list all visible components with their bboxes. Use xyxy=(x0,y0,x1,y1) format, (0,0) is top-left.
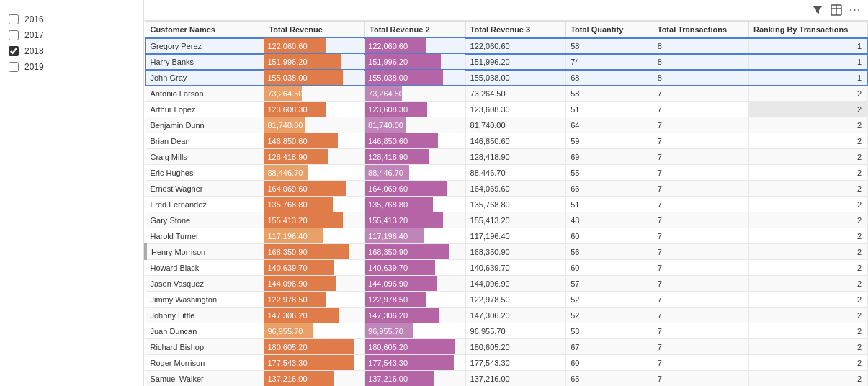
more-icon[interactable]: ··· xyxy=(848,3,862,17)
total-revenue3-cell: 137,216.00 xyxy=(465,371,566,387)
table-row[interactable]: Juan Duncan96,955.7096,955.7096,955.7053… xyxy=(146,323,868,339)
year-filter-panel: 2016201720182019 xyxy=(0,0,144,386)
total-transactions-cell: 7 xyxy=(653,149,748,165)
ranking-cell: 2 xyxy=(748,292,867,308)
table-icon[interactable] xyxy=(829,3,844,17)
table-row[interactable]: Richard Bishop180,605.20180,605.20180,60… xyxy=(146,339,868,355)
total-revenue-cell: 146,850.60 xyxy=(264,133,365,149)
col-header-total-revenue[interactable]: Total Revenue xyxy=(264,22,365,38)
table-row[interactable]: Johnny Little147,306.20147,306.20147,306… xyxy=(146,308,868,323)
total-revenue2-cell: 151,996.20 xyxy=(365,54,466,70)
ranking-cell: 2 xyxy=(748,339,867,355)
table-row[interactable]: Henry Morrison168,350.90168,350.90168,35… xyxy=(146,244,868,260)
total-revenue3-cell: 144,096.90 xyxy=(465,276,566,292)
table-row[interactable]: Brian Dean146,850.60146,850.60146,850.60… xyxy=(146,133,868,149)
ranking-cell: 2 xyxy=(748,197,867,212)
total-revenue-cell: 164,069.60 xyxy=(264,181,365,197)
col-header-customer-names[interactable]: Customer Names xyxy=(146,22,264,38)
table-row[interactable]: Gary Stone155,413.20155,413.20155,413.20… xyxy=(146,212,868,228)
customer-name-cell: Howard Black xyxy=(146,260,264,276)
total-quantity-cell: 53 xyxy=(566,323,653,339)
total-revenue3-cell: 96,955.70 xyxy=(465,323,566,339)
filter-icon[interactable] xyxy=(810,3,825,17)
customer-name-cell: Harold Turner xyxy=(146,228,264,244)
data-table-wrapper[interactable]: Customer NamesTotal RevenueTotal Revenue… xyxy=(144,21,868,386)
total-quantity-cell: 51 xyxy=(566,102,653,117)
year-item-2016[interactable]: 2016 xyxy=(9,14,135,24)
total-transactions-cell: 7 xyxy=(653,181,748,197)
ranking-cell: 2 xyxy=(748,117,867,133)
year-checkbox-2016[interactable] xyxy=(9,14,19,24)
total-quantity-cell: 65 xyxy=(566,371,653,387)
total-transactions-cell: 8 xyxy=(653,54,748,70)
total-transactions-cell: 7 xyxy=(653,260,748,276)
col-header-total-revenue-3[interactable]: Total Revenue 3 xyxy=(465,22,566,38)
table-row[interactable]: Jason Vasquez144,096.90144,096.90144,096… xyxy=(146,276,868,292)
total-revenue-cell: 128,418.90 xyxy=(264,149,365,165)
table-row[interactable]: Harold Turner117,196.40117,196.40117,196… xyxy=(146,228,868,244)
customer-name-cell: Eric Hughes xyxy=(146,165,264,181)
total-revenue3-cell: 128,418.90 xyxy=(465,149,566,165)
total-revenue-cell: 155,413.20 xyxy=(264,212,365,228)
total-revenue-cell: 88,446.70 xyxy=(264,165,365,181)
year-checkbox-2018[interactable] xyxy=(9,46,19,56)
table-row[interactable]: Eric Hughes88,446.7088,446.7088,446.7055… xyxy=(146,165,868,181)
total-revenue-cell: 123,608.30 xyxy=(264,102,365,117)
total-revenue2-cell: 147,306.20 xyxy=(365,308,466,323)
total-revenue3-cell: 73,264.50 xyxy=(465,86,566,102)
col-header-total-quantity[interactable]: Total Quantity xyxy=(566,22,653,38)
total-transactions-cell: 7 xyxy=(653,212,748,228)
total-revenue2-cell: 122,978.50 xyxy=(365,292,466,308)
table-row[interactable]: Samuel Walker137,216.00137,216.00137,216… xyxy=(146,371,868,387)
customer-name-cell: Juan Duncan xyxy=(146,323,264,339)
table-row[interactable]: Ernest Wagner164,069.60164,069.60164,069… xyxy=(146,181,868,197)
col-header-ranking-by-transactions[interactable]: Ranking By Transactions xyxy=(748,22,867,38)
total-quantity-cell: 68 xyxy=(566,70,653,86)
total-quantity-cell: 67 xyxy=(566,339,653,355)
total-revenue3-cell: 140,639.70 xyxy=(465,260,566,276)
total-quantity-cell: 60 xyxy=(566,228,653,244)
total-transactions-cell: 7 xyxy=(653,355,748,371)
total-transactions-cell: 7 xyxy=(653,292,748,308)
ranking-cell: 1 xyxy=(748,54,867,70)
customer-name-cell: Antonio Larson xyxy=(146,86,264,102)
customer-name-cell: John Gray xyxy=(146,70,264,86)
table-row[interactable]: Roger Morrison177,543.30177,543.30177,54… xyxy=(146,355,868,371)
total-revenue-cell: 73,264.50 xyxy=(264,86,365,102)
year-item-2018[interactable]: 2018 xyxy=(9,46,135,56)
total-transactions-cell: 7 xyxy=(653,102,748,117)
total-quantity-cell: 57 xyxy=(566,276,653,292)
total-revenue2-cell: 135,768.80 xyxy=(365,197,466,212)
total-revenue3-cell: 123,608.30 xyxy=(465,102,566,117)
table-row[interactable]: Gregory Perez122,060.60122,060.60122,060… xyxy=(146,38,868,54)
customer-name-cell: Gary Stone xyxy=(146,212,264,228)
year-item-2017[interactable]: 2017 xyxy=(9,30,135,40)
total-quantity-cell: 52 xyxy=(566,292,653,308)
customer-name-cell: Fred Fernandez xyxy=(146,197,264,212)
table-row[interactable]: Craig Mills128,418.90128,418.90128,418.9… xyxy=(146,149,868,165)
table-row[interactable]: Howard Black140,639.70140,639.70140,639.… xyxy=(146,260,868,276)
col-header-total-transactions[interactable]: Total Transactions xyxy=(653,22,748,38)
table-row[interactable]: Arthur Lopez123,608.30123,608.30123,608.… xyxy=(146,102,868,117)
table-row[interactable]: Harry Banks151,996.20151,996.20151,996.2… xyxy=(146,54,868,70)
table-row[interactable]: Jimmy Washington122,978.50122,978.50122,… xyxy=(146,292,868,308)
total-revenue2-cell: 137,216.00 xyxy=(365,371,466,387)
ranking-cell: 2 xyxy=(748,308,867,323)
table-row[interactable]: John Gray155,038.00155,038.00155,038.006… xyxy=(146,70,868,86)
year-item-2019[interactable]: 2019 xyxy=(9,62,135,72)
table-row[interactable]: Antonio Larson73,264.5073,264.5073,264.5… xyxy=(146,86,868,102)
total-quantity-cell: 58 xyxy=(566,86,653,102)
year-checkbox-2019[interactable] xyxy=(9,62,19,72)
customer-name-cell: Richard Bishop xyxy=(146,339,264,355)
table-row[interactable]: Benjamin Dunn81,740.0081,740.0081,740.00… xyxy=(146,117,868,133)
total-revenue-cell: 180,605.20 xyxy=(264,339,365,355)
total-quantity-cell: 58 xyxy=(566,38,653,54)
total-quantity-cell: 60 xyxy=(566,355,653,371)
ranking-cell: 2 xyxy=(748,149,867,165)
total-transactions-cell: 7 xyxy=(653,339,748,355)
year-checkbox-2017[interactable] xyxy=(9,30,19,40)
total-quantity-cell: 48 xyxy=(566,212,653,228)
col-header-total-revenue-2[interactable]: Total Revenue 2 xyxy=(365,22,466,38)
total-revenue3-cell: 155,413.20 xyxy=(465,212,566,228)
table-row[interactable]: Fred Fernandez135,768.80135,768.80135,76… xyxy=(146,197,868,212)
